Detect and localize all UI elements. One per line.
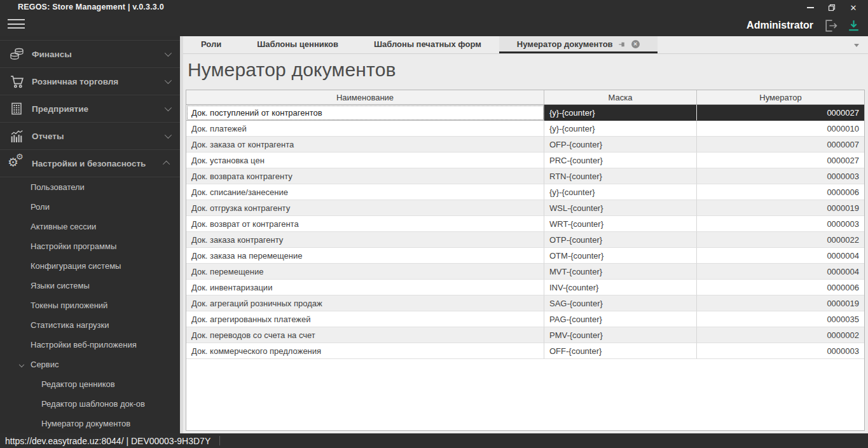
cell-numerator[interactable]: 0000010	[697, 121, 864, 137]
cell-numerator[interactable]: 0000006	[697, 280, 864, 295]
logout-button[interactable]	[822, 17, 839, 34]
table-row[interactable]: Док. заказа контрагентуOTP-{counter}0000…	[186, 232, 864, 248]
cell-numerator[interactable]: 0000006	[697, 184, 864, 200]
window-controls: ✕	[799, 0, 864, 15]
sidebar-section-3[interactable]: Отчеты	[0, 123, 180, 150]
server-connection-label: https://dev.easytrade.uz:8044/ | DEV0000…	[0, 436, 210, 446]
cell-mask[interactable]: {y}-{counter}	[544, 105, 697, 121]
cell-numerator[interactable]: 0000019	[697, 200, 864, 216]
cell-numerator[interactable]: 0000004	[697, 264, 864, 280]
sidebar-section-4[interactable]: ⚙⚙Настройки и безопасность	[0, 150, 180, 177]
cell-mask[interactable]: INV-{counter}	[544, 280, 697, 295]
table-row[interactable]: Док. установка ценPRC-{counter}0000027	[186, 153, 864, 168]
table-row[interactable]: Док. агрегированных платежейPAG-{counter…	[186, 311, 864, 327]
sidebar-item[interactable]: Настройки веб-приложения	[0, 335, 180, 355]
tab-1[interactable]: Роли	[183, 36, 239, 53]
cell-name[interactable]: Док. отгрузка контрагенту	[186, 200, 544, 216]
table-row[interactable]: Док. возврат от контрагентаWRT-{counter}…	[186, 216, 864, 232]
minimize-button[interactable]	[799, 0, 821, 15]
cell-numerator[interactable]: 0000035	[697, 311, 864, 327]
cell-numerator[interactable]: 0000022	[697, 232, 864, 248]
sidebar-item[interactable]: Редактор ценников	[0, 374, 180, 394]
maximize-button[interactable]	[821, 0, 843, 15]
tab-close-icon[interactable]: ✕	[631, 40, 640, 48]
cell-mask[interactable]: SAG-{counter}	[544, 295, 697, 311]
table-row[interactable]: Док. отгрузка контрагентуWSL-{counter}00…	[186, 200, 864, 216]
cell-name[interactable]: Док. перемещение	[186, 264, 544, 280]
column-header-num[interactable]: Нумератор	[697, 90, 864, 104]
cell-name[interactable]: Док. коммерческого предложения	[186, 343, 544, 359]
table-row[interactable]: Док. инвентаризацииINV-{counter}0000006	[186, 280, 864, 295]
cell-name[interactable]: Док. агрегаций розничных продаж	[186, 295, 544, 311]
cell-numerator[interactable]: 0000027	[697, 153, 864, 168]
sidebar-item[interactable]: Активные сессии	[0, 217, 180, 236]
cell-mask[interactable]: OTM-{counter}	[544, 248, 697, 264]
cell-name[interactable]: Док. установка цен	[186, 153, 544, 168]
table-row[interactable]: Док. переводов со счета на счетPMV-{coun…	[186, 327, 864, 343]
cell-numerator[interactable]: 0000003	[697, 343, 864, 359]
sidebar-item[interactable]: Языки системы	[0, 276, 180, 295]
column-header-mask[interactable]: Маска	[544, 90, 697, 104]
menu-toggle-button[interactable]	[8, 19, 25, 29]
tab-3[interactable]: Шаблоны печатных форм	[356, 36, 499, 53]
tab-list-dropdown-button[interactable]	[854, 44, 859, 47]
sidebar-item[interactable]: Настройки программы	[0, 236, 180, 256]
table-row[interactable]: Док. поступлений от контрагентов{y}-{cou…	[186, 105, 864, 121]
sidebar-section-1[interactable]: Розничная торговля	[0, 68, 180, 95]
table-row[interactable]: Док. агрегаций розничных продажSAG-{coun…	[186, 295, 864, 311]
cell-name[interactable]: Док. возврата контрагенту	[186, 168, 544, 184]
close-button[interactable]: ✕	[843, 0, 864, 15]
tab-2[interactable]: Шаблоны ценников	[239, 36, 356, 53]
cell-name[interactable]: Док. возврат от контрагента	[186, 216, 544, 232]
cell-mask[interactable]: {y}-{counter}	[544, 184, 697, 200]
column-header-name[interactable]: Наименование	[186, 90, 544, 104]
cell-name[interactable]: Док. заказа от контрагента	[186, 137, 544, 153]
cell-mask[interactable]: OFP-{counter}	[544, 137, 697, 153]
cell-numerator[interactable]: 0000027	[697, 105, 864, 121]
sidebar-item[interactable]: Статистика нагрузки	[0, 315, 180, 335]
sidebar-item[interactable]: Конфигурация системы	[0, 256, 180, 276]
cell-name[interactable]: Док. инвентаризации	[186, 280, 544, 295]
cell-mask[interactable]: OTP-{counter}	[544, 232, 697, 248]
sidebar-section-0[interactable]: Финансы	[0, 41, 180, 68]
cell-mask[interactable]: OFF-{counter}	[544, 343, 697, 359]
cell-name[interactable]: Док. переводов со счета на счет	[186, 327, 544, 343]
sidebar-section-2[interactable]: Предприятие	[0, 95, 180, 123]
cell-name[interactable]: Док. платежей	[186, 121, 544, 137]
cell-mask[interactable]: PRC-{counter}	[544, 153, 697, 168]
cell-mask[interactable]: PAG-{counter}	[544, 311, 697, 327]
table-row[interactable]: Док. заказа на перемещениеOTM-{counter}0…	[186, 248, 864, 264]
cell-numerator[interactable]: 0000007	[697, 137, 864, 153]
sidebar-item[interactable]: Роли	[0, 197, 180, 217]
sidebar-item[interactable]: Редактор шаблонов док-ов	[0, 394, 180, 414]
table-row[interactable]: Док. возврата контрагентуRTN-{counter}00…	[186, 168, 864, 184]
tab-4[interactable]: Нумератор документов✕	[499, 36, 658, 53]
cell-numerator[interactable]: 0000002	[697, 327, 864, 343]
cell-mask[interactable]: MVT-{counter}	[544, 264, 697, 280]
table-row[interactable]: Док. перемещениеMVT-{counter}0000004	[186, 264, 864, 280]
cell-name[interactable]: Док. поступлений от контрагентов	[186, 105, 544, 121]
sidebar-item[interactable]: Сервис	[0, 355, 180, 374]
cell-numerator[interactable]: 0000019	[697, 295, 864, 311]
cell-mask[interactable]: WRT-{counter}	[544, 216, 697, 232]
sidebar-item[interactable]: Пользователи	[0, 177, 180, 197]
table-row[interactable]: Док. платежей{y}-{counter}0000010	[186, 121, 864, 137]
cell-numerator[interactable]: 0000004	[697, 248, 864, 264]
cell-mask[interactable]: WSL-{counter}	[544, 200, 697, 216]
table-row[interactable]: Док. коммерческого предложенияOFF-{count…	[186, 343, 864, 359]
cell-mask[interactable]: RTN-{counter}	[544, 168, 697, 184]
sidebar-item[interactable]: Нумератор документов	[0, 414, 180, 433]
cell-numerator[interactable]: 0000003	[697, 168, 864, 184]
pin-icon[interactable]	[618, 40, 626, 48]
table-row[interactable]: Док. заказа от контрагентаOFP-{counter}0…	[186, 137, 864, 153]
table-row[interactable]: Док. списание/занесение{y}-{counter}0000…	[186, 184, 864, 200]
cell-name[interactable]: Док. заказа на перемещение	[186, 248, 544, 264]
cell-name[interactable]: Док. заказа контрагенту	[186, 232, 544, 248]
cell-mask[interactable]: {y}-{counter}	[544, 121, 697, 137]
cell-name[interactable]: Док. агрегированных платежей	[186, 311, 544, 327]
sidebar-item[interactable]: Токены приложений	[0, 295, 180, 315]
cell-mask[interactable]: PMV-{counter}	[544, 327, 697, 343]
cell-name[interactable]: Док. списание/занесение	[186, 184, 544, 200]
cell-numerator[interactable]: 0000003	[697, 216, 864, 232]
update-download-button[interactable]	[845, 17, 862, 34]
